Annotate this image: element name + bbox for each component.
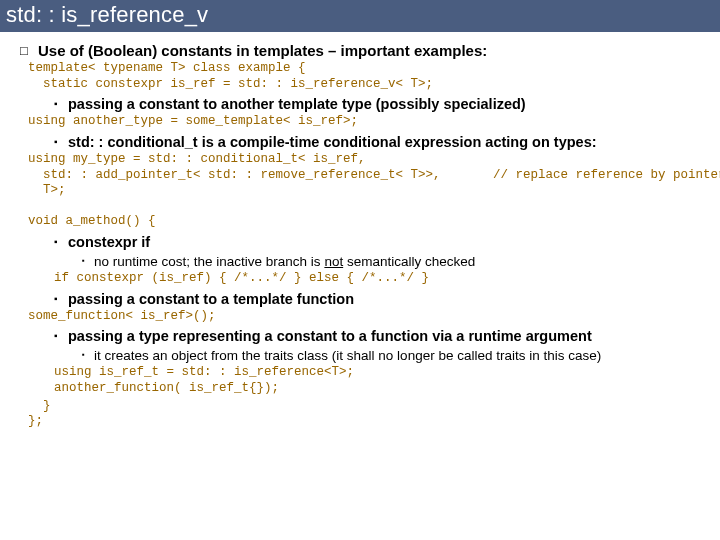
text-no-runtime-c: semantically checked — [343, 254, 475, 269]
bullet-passing-constant-template-type: passing a constant to another template t… — [68, 96, 706, 112]
code-my-type: using my_type = std: : conditional_t< is… — [28, 152, 706, 230]
code-is-ref-t: using is_ref_t = std: : is_reference<T>;… — [54, 365, 706, 396]
bullet-constexpr-if: constexpr if — [68, 234, 706, 250]
bullet-creates-object: it creates an object from the traits cla… — [94, 348, 706, 363]
bullet-passing-type-runtime-arg: passing a type representing a constant t… — [68, 328, 706, 344]
code-closing: } }; — [28, 399, 706, 430]
code-another-type: using another_type = some_template< is_r… — [28, 114, 706, 130]
slide-title: std: : is_reference_v — [0, 0, 720, 32]
slide-body: Use of (Boolean) constants in templates … — [0, 32, 720, 430]
code-template-decl: template< typename T> class example { st… — [28, 61, 706, 92]
bullet-passing-constant-template-func: passing a constant to a template functio… — [68, 291, 706, 307]
code-if-constexpr: if constexpr (is_ref) { /*...*/ } else {… — [54, 271, 706, 287]
code-some-function: some_function< is_ref>(); — [28, 309, 706, 325]
bullet-no-runtime-cost: no runtime cost; the inactive branch is … — [94, 254, 706, 269]
bullet-use-of-constants: Use of (Boolean) constants in templates … — [38, 42, 706, 59]
text-not-underlined: not — [324, 254, 343, 269]
text-no-runtime-a: no runtime cost; the inactive branch is — [94, 254, 324, 269]
bullet-conditional-t: std: : conditional_t is a compile-time c… — [68, 134, 706, 150]
